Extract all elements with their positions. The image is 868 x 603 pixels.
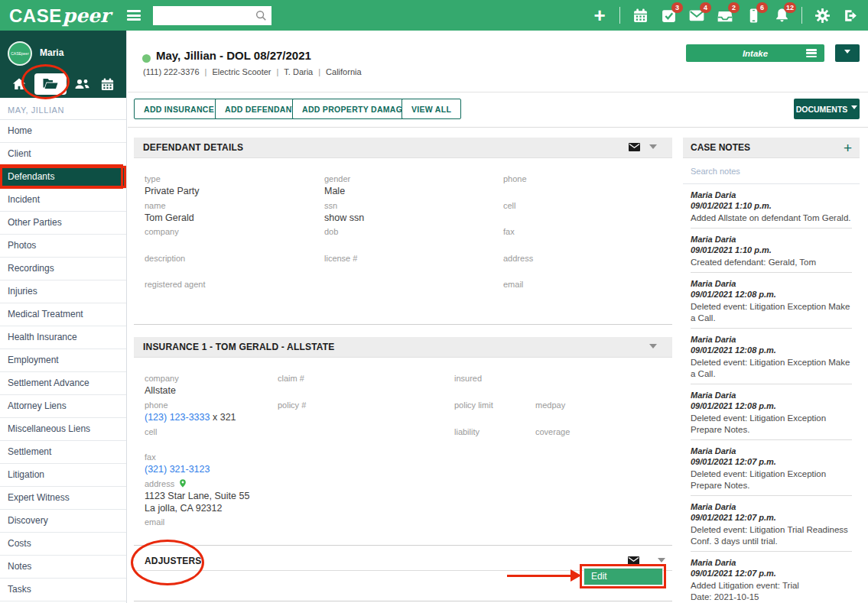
field-label: description (145, 254, 185, 264)
sidebar-nav-item[interactable]: Attorney Liens (0, 395, 126, 418)
case-type: Electric Scooter (212, 67, 271, 76)
global-search-input[interactable] (153, 10, 255, 21)
note-datetime: 09/01/2021 12:07 p.m. (691, 456, 852, 467)
casepeer-logo[interactable]: CASEpeer (9, 5, 110, 27)
show-ssn-toggle[interactable]: show ssn (324, 212, 364, 224)
note-datetime: 09/01/2021 12:08 p.m. (691, 345, 852, 355)
sidebar-nav-item[interactable]: Employment (0, 349, 126, 372)
insurance-phone-link[interactable]: (123) 123-3333 (145, 412, 210, 423)
sidebar-nav-item[interactable]: Health Insurance (0, 326, 126, 349)
menu-hamburger-icon[interactable] (127, 10, 141, 21)
top-bar: CASEpeer + 3 4 2 (0, 0, 868, 31)
insurance-fax-link[interactable]: (321) 321-3123 (145, 464, 210, 475)
sidebar-nav-item[interactable]: Medical Treatment (0, 303, 126, 326)
note-text: Deleted event: Litigation Exception Make… (691, 301, 852, 324)
map-pin-icon[interactable] (179, 478, 187, 488)
logout-icon[interactable] (842, 7, 859, 24)
intake-stage-button[interactable]: Intake (686, 44, 824, 62)
top-bar-icons: + 3 4 2 6 12 (591, 7, 859, 24)
note-author: Maria Daria (691, 557, 852, 568)
sidebar-nav-item[interactable]: Recordings (0, 258, 126, 280)
note-author: Maria Daria (691, 190, 852, 200)
sidebar-nav-item[interactable]: Client (0, 143, 126, 166)
phone-badge: 6 (756, 2, 768, 13)
field-label: gender (324, 174, 350, 184)
field-label: license # (324, 254, 357, 264)
home-icon[interactable] (9, 74, 29, 94)
contacts-people-icon[interactable] (72, 74, 92, 94)
sidebar-nav-item[interactable]: Litigation (0, 464, 126, 487)
add-note-button[interactable]: + (844, 141, 852, 155)
case-note: Maria Daria 09/01/2021 12:07 p.m. Delete… (691, 496, 852, 552)
notes-search (683, 158, 860, 184)
field-label: dob (324, 227, 338, 237)
note-author: Maria Daria (691, 446, 852, 456)
sidebar-nav-item[interactable]: Costs (0, 533, 126, 556)
divider (619, 7, 620, 24)
sidebar-nav-item[interactable]: Incident (0, 189, 126, 212)
notes-search-input[interactable] (691, 167, 852, 176)
sidebar-nav-item[interactable]: Discovery (0, 510, 126, 533)
note-text: Added Allstate on defendant Tom Gerald. (691, 212, 852, 224)
sidebar-nav-item[interactable]: Photos (0, 235, 126, 258)
divider (134, 545, 672, 546)
case-title: May, Jillian - DOL 08/27/2021 (156, 49, 311, 62)
sidebar-nav-item[interactable]: Defendants (0, 166, 126, 189)
field-label: email (503, 280, 523, 290)
sidebar-nav-item[interactable]: Tasks (0, 579, 126, 601)
note-datetime: 09/01/2021 12:08 p.m. (691, 400, 852, 411)
adjusters-dropdown-icon[interactable] (658, 558, 665, 566)
sidebar-nav-item[interactable]: Injuries (0, 280, 126, 303)
insurance-title: INSURANCE 1 - TOM GERALD - ALLSTATE (143, 342, 335, 352)
field-label: coverage (535, 427, 570, 437)
sidebar-nav-item[interactable]: Other Parties (0, 212, 126, 235)
divider (134, 324, 672, 325)
sidebar-nav-item[interactable]: Home (0, 120, 126, 143)
field-label: address (503, 254, 533, 264)
field-label: cell (503, 201, 516, 211)
sidebar-nav-item[interactable]: Notes (0, 556, 126, 579)
adjusters-edit-menu-item[interactable]: Edit (584, 569, 662, 585)
collapse-insurance-icon[interactable] (649, 344, 657, 352)
note-datetime: 09/01/2021 12:07 p.m. (691, 568, 852, 579)
case-notes-panel: CASE NOTES + Maria Daria 09/01/2021 1:10… (683, 138, 860, 603)
add-insurance-button[interactable]: ADD INSURANCE (134, 99, 224, 119)
case-note: Maria Daria 09/01/2021 12:08 p.m. Delete… (691, 329, 852, 384)
cases-folder-icon[interactable] (34, 73, 67, 95)
divider (128, 92, 868, 92)
sidebar-nav-item[interactable]: Miscellaneous Liens (0, 418, 126, 441)
note-datetime: 09/01/2021 1:10 p.m. (691, 245, 852, 255)
email-section-icon[interactable] (629, 143, 640, 151)
global-search (153, 6, 271, 25)
collapse-defendant-details-icon[interactable] (649, 144, 657, 153)
email-section-icon[interactable] (628, 556, 639, 565)
note-datetime: 09/01/2021 12:07 p.m. (691, 512, 852, 523)
sidebar-nav-item[interactable]: Settlement (0, 441, 126, 464)
settings-gear-icon[interactable] (814, 7, 831, 24)
sidebar-nav-item[interactable]: Expert Witness (0, 487, 126, 510)
search-icon[interactable] (255, 9, 267, 21)
user-avatar[interactable]: CASEpeer (8, 41, 32, 66)
note-text: Deleted event: Litigation Exception Prep… (691, 413, 852, 436)
case-note: Maria Daria 09/01/2021 1:10 p.m. Added A… (691, 184, 852, 229)
casepeer-app: CASEpeer + 3 4 2 (0, 0, 868, 603)
phone-icon[interactable]: 6 (745, 7, 762, 24)
view-all-button[interactable]: VIEW ALL (401, 99, 461, 119)
note-author: Maria Daria (691, 278, 852, 289)
add-property-damage-button[interactable]: ADD PROPERTY DAMAGE (292, 99, 418, 119)
calendar-icon[interactable] (632, 7, 649, 24)
field-label: type (145, 174, 200, 184)
intake-dropdown-button[interactable] (835, 44, 860, 62)
calendar-icon-sidebar[interactable] (97, 74, 117, 94)
notifications-bell-icon[interactable]: 12 (773, 7, 790, 24)
note-text: Deleted event: Litigation Trial Readines… (691, 524, 852, 547)
field-label: company (145, 374, 179, 384)
field-label: fax (145, 452, 210, 462)
inbox-icon[interactable]: 2 (717, 7, 733, 24)
tasks-icon[interactable]: 3 (660, 7, 677, 24)
documents-button[interactable]: DOCUMENTS (794, 99, 860, 119)
mail-icon[interactable]: 4 (688, 7, 705, 24)
sidebar-nav-item[interactable]: Settlement Advance (0, 372, 126, 395)
insurance-header: INSURANCE 1 - TOM GERALD - ALLSTATE (134, 337, 672, 358)
add-new-icon[interactable]: + (591, 7, 608, 24)
